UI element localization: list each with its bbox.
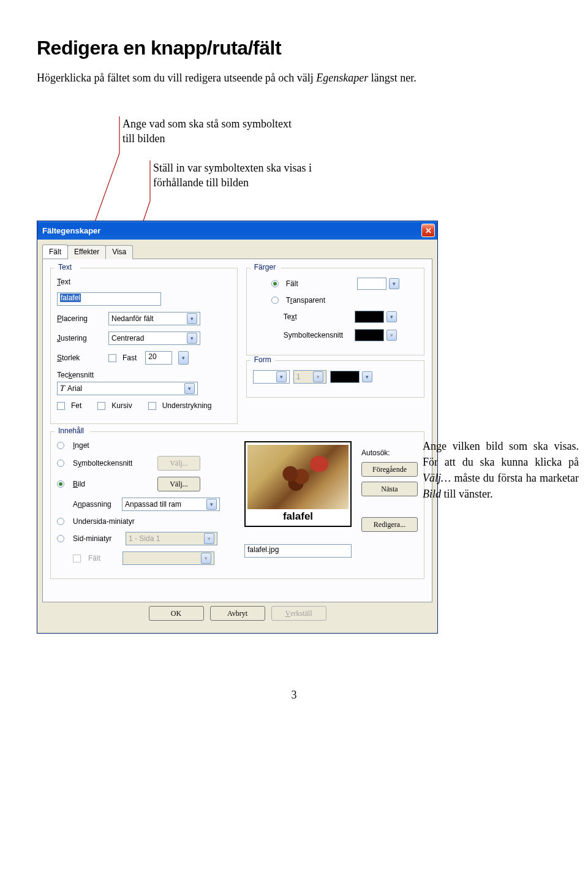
group-content: Innehåll Inget Symbolteckensnitt Välj xyxy=(50,431,424,579)
radio-inget[interactable] xyxy=(57,442,64,449)
btn-avbryt[interactable]: Avbryt xyxy=(210,606,265,621)
tab-falt[interactable]: Fält xyxy=(42,244,68,259)
check-kursiv[interactable] xyxy=(97,402,105,410)
label-transparent: Transparent xyxy=(286,296,325,305)
btn-valj-bild[interactable]: Välj... xyxy=(157,477,200,491)
group-colors: Färger Fält ▾ xyxy=(246,268,424,355)
tab-visa[interactable]: Visa xyxy=(105,245,133,259)
swatch-text[interactable] xyxy=(355,311,384,323)
chevron-down-icon[interactable]: ▾ xyxy=(362,371,372,382)
ann-right-em2: Bild xyxy=(423,488,441,500)
label-under: Understrykning xyxy=(162,401,212,410)
label-placering: Placering xyxy=(57,314,105,323)
btn-nasta[interactable]: Nästa xyxy=(361,482,418,496)
combo-content-falt: ▾ xyxy=(123,551,214,565)
close-icon[interactable]: ✕ xyxy=(421,224,435,237)
intro-text-pre: Högerklicka på fältet som du vill redige… xyxy=(37,72,316,84)
chevron-down-icon[interactable]: ▾ xyxy=(389,278,399,289)
swatch-form[interactable] xyxy=(330,371,360,383)
tab-strip: Fält Effekter Visa xyxy=(42,244,432,259)
check-under[interactable] xyxy=(148,402,156,410)
swatch-falt[interactable] xyxy=(357,278,386,290)
combo-justering-value: Centrerad xyxy=(111,334,144,343)
combo-justering[interactable]: Centrerad ▾ xyxy=(108,331,200,345)
group-content-title: Innehåll xyxy=(56,426,86,435)
label-teckensnitt: Teckensnitt xyxy=(57,371,94,379)
combo-shape[interactable]: ▾ xyxy=(253,370,290,384)
sidminiatyr-value: 1 - Sida 1 xyxy=(129,534,160,543)
chevron-down-icon: ▾ xyxy=(313,371,323,382)
dialog-button-row: OK Avbryt Verkställ xyxy=(42,602,432,628)
dialog-titlebar[interactable]: Fältegenskaper ✕ xyxy=(37,221,437,240)
annotation-position: Ställ in var symboltexten ska visas i fö… xyxy=(153,161,355,191)
thickness-value: 1 xyxy=(296,373,301,381)
chevron-down-icon[interactable]: ▾ xyxy=(178,351,189,365)
intro-text-post: längst ner. xyxy=(368,72,417,84)
radio-bild[interactable] xyxy=(57,480,64,488)
combo-placering[interactable]: Nedanför fält ▾ xyxy=(108,312,200,325)
radio-undersida[interactable] xyxy=(57,518,64,525)
label-kursiv: Kursiv xyxy=(111,401,132,410)
combo-placering-value: Nedanför fält xyxy=(111,314,154,323)
label-anpassning: Anpassning xyxy=(73,500,117,509)
radio-falt[interactable] xyxy=(271,280,279,287)
combo-sidminiatyr: 1 - Sida 1 ▾ xyxy=(126,532,217,545)
chevron-down-icon[interactable]: ▾ xyxy=(184,383,195,394)
label-content-symbol: Symbolteckensnitt xyxy=(73,459,153,468)
input-filename[interactable]: falafel.jpg xyxy=(244,544,352,558)
radio-sidminiatyr[interactable] xyxy=(57,535,64,542)
image-preview: falafel xyxy=(244,441,352,527)
label-fet: Fet xyxy=(71,401,81,410)
btn-redigera[interactable]: Redigera... xyxy=(361,517,418,532)
ann-right-em1: Välj… xyxy=(423,472,451,484)
label-autosok: Autosök: xyxy=(361,449,418,457)
label-text: Text xyxy=(57,278,105,286)
group-text-title: Text xyxy=(56,263,74,271)
chevron-down-icon: ▾ xyxy=(386,330,397,341)
group-text: Text Text falafel Placer xyxy=(50,268,238,424)
label-inget: Inget xyxy=(73,441,89,450)
page-number: 3 xyxy=(37,689,551,702)
btn-foregaende[interactable]: Föregående xyxy=(361,462,418,477)
combo-anpassning-value: Anpassad till ram xyxy=(125,500,181,509)
combo-font-value: Arial xyxy=(67,384,82,393)
group-form-title: Form xyxy=(252,355,274,364)
group-colors-title: Färger xyxy=(252,263,278,271)
input-size[interactable]: 20 xyxy=(145,351,172,365)
tab-effekter[interactable]: Effekter xyxy=(67,245,106,259)
chevron-down-icon[interactable]: ▾ xyxy=(276,371,287,382)
dialog-title: Fältegenskaper xyxy=(42,226,100,235)
label-color-symbol: Symbolteckensnitt xyxy=(284,331,351,339)
btn-ok[interactable]: OK xyxy=(149,606,204,621)
intro-em: Egenskaper xyxy=(316,72,368,84)
radio-symbol[interactable] xyxy=(57,460,64,467)
label-justering: Justering xyxy=(57,334,105,343)
btn-verkstall: Verkställ xyxy=(271,606,326,621)
chevron-down-icon: ▾ xyxy=(204,533,214,544)
image-thumbnail xyxy=(247,445,349,509)
chevron-down-icon[interactable]: ▾ xyxy=(386,311,397,322)
combo-font[interactable]: 𝑇Arial ▾ xyxy=(57,382,198,395)
label-color-text: Text xyxy=(284,313,351,321)
chevron-down-icon[interactable]: ▾ xyxy=(187,333,197,344)
check-fet[interactable] xyxy=(57,402,65,410)
label-content-bild: Bild xyxy=(73,480,153,488)
combo-thickness: 1 ▾ xyxy=(293,370,326,384)
swatch-symbol xyxy=(355,329,384,341)
chevron-down-icon[interactable]: ▾ xyxy=(206,499,217,510)
check-content-falt xyxy=(73,555,81,563)
combo-anpassning[interactable]: Anpassad till ram ▾ xyxy=(122,498,220,511)
label-color-falt: Fält xyxy=(286,279,353,288)
ann-right-3: till vänster. xyxy=(441,488,493,500)
chevron-down-icon[interactable]: ▾ xyxy=(187,313,197,324)
annotation-symboltext: Ange vad som ska stå som symboltext till… xyxy=(123,116,300,146)
input-text[interactable]: falafel xyxy=(57,292,161,306)
group-form: Form ▾ 1 ▾ xyxy=(246,360,424,398)
ann-right-1: Ange vilken bild som ska visas. För att … xyxy=(423,440,579,468)
label-sidminiatyr: Sid-miniatyr xyxy=(73,534,121,543)
dialog-window: Fältegenskaper ✕ Fält Effekter Visa Text xyxy=(37,221,438,634)
radio-transparent[interactable] xyxy=(271,297,279,304)
chevron-down-icon: ▾ xyxy=(201,553,211,564)
image-caption: falafel xyxy=(283,510,313,523)
check-fast[interactable] xyxy=(108,354,116,362)
